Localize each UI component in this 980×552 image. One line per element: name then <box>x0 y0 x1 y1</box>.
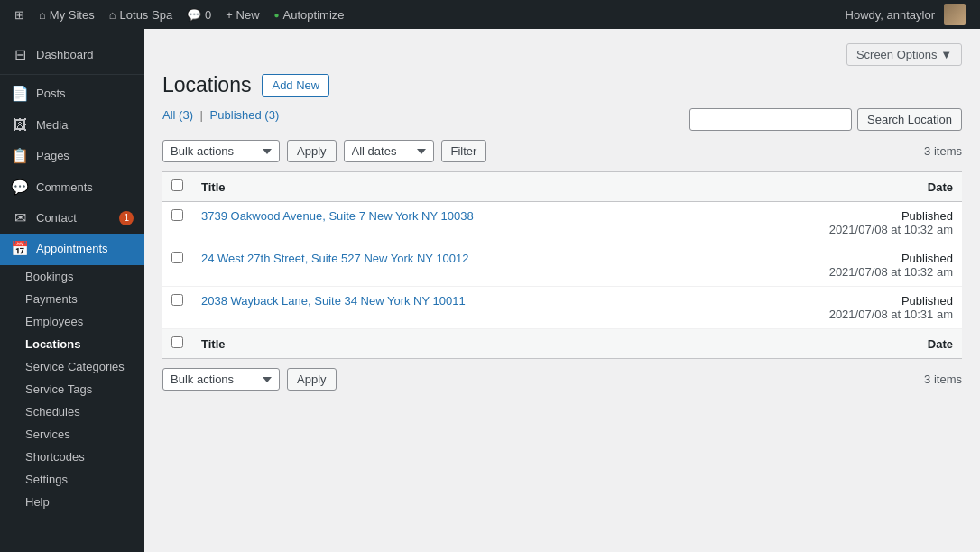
autoptimize-dot-icon: ● <box>274 10 280 20</box>
submenu-locations-label: Locations <box>25 337 80 351</box>
submenu-service-tags[interactable]: Service Tags <box>0 378 144 400</box>
row-checkbox-2[interactable] <box>171 294 183 306</box>
screen-options-button[interactable]: Screen Options ▼ <box>846 43 962 66</box>
contact-icon: ✉ <box>11 208 29 228</box>
select-all-checkbox-bottom[interactable] <box>171 336 183 348</box>
table-row: 3739 Oakwood Avenue, Suite 7 New York NY… <box>162 202 962 244</box>
row-status-0: Published <box>901 209 953 223</box>
submenu-services[interactable]: Services <box>0 423 144 446</box>
row-date-2: 2021/07/08 at 10:31 am <box>829 308 953 321</box>
sidebar-item-pages[interactable]: 📋 Pages <box>0 141 144 171</box>
row-checkbox-cell <box>162 287 192 329</box>
tfoot-date: Date <box>818 329 962 359</box>
sort-title-link[interactable]: Title <box>201 180 226 194</box>
search-location-button[interactable]: Search Location <box>857 108 962 131</box>
site-name-label: Lotus Spa <box>120 8 173 22</box>
filter-all-count: 3 <box>182 108 189 122</box>
row-checkbox-0[interactable] <box>171 209 183 221</box>
filter-separator: | <box>200 108 203 122</box>
row-title-link-2[interactable]: 2038 Wayback Lane, Suite 34 New York NY … <box>201 294 466 308</box>
row-status-2: Published <box>901 294 953 308</box>
filter-published-count: 3 <box>269 108 275 122</box>
add-new-button[interactable]: Add New <box>262 74 329 97</box>
row-title-link-0[interactable]: 3739 Oakwood Avenue, Suite 7 New York NY… <box>201 209 474 223</box>
dashboard-icon: ⊟ <box>11 45 29 65</box>
page-header: Locations Add New <box>162 73 962 97</box>
contact-badge: 1 <box>119 211 134 225</box>
apply-label-bottom: Apply <box>297 373 327 386</box>
sort-date-link[interactable]: Date <box>928 180 953 194</box>
bulk-actions-select-bottom[interactable]: Bulk actions <box>162 368 280 391</box>
filter-all-label: All <box>162 108 175 122</box>
sidebar-appointments-label: Appointments <box>36 241 108 257</box>
wp-logo[interactable]: ⊞ <box>7 0 32 29</box>
row-title-link-1[interactable]: 24 West 27th Street, Suite 527 New York … <box>201 252 469 265</box>
table-row: 24 West 27th Street, Suite 527 New York … <box>162 244 962 287</box>
locations-table: Title Date 3739 Oakwood Avenue, Suite 7 … <box>162 171 962 359</box>
submenu-bookings-label: Bookings <box>25 270 73 283</box>
sidebar-item-appointments[interactable]: 📅 Appointments <box>0 234 144 264</box>
new-link[interactable]: + New <box>218 0 266 29</box>
posts-icon: 📄 <box>11 84 29 104</box>
row-checkbox-cell <box>162 202 192 244</box>
select-all-checkbox-top[interactable] <box>171 179 183 191</box>
pages-icon: 📋 <box>11 146 29 166</box>
apply-button-top[interactable]: Apply <box>287 140 337 162</box>
sidebar-media-label: Media <box>36 117 68 133</box>
submenu-employees[interactable]: Employees <box>0 310 144 333</box>
howdy-label: Howdy, anntaylor <box>846 8 935 22</box>
dates-filter-select[interactable]: All dates <box>344 140 434 162</box>
sidebar-item-posts[interactable]: 📄 Posts <box>0 78 144 109</box>
sidebar-pages-label: Pages <box>36 148 69 164</box>
submenu-service-categories[interactable]: Service Categories <box>0 355 144 378</box>
submenu-settings[interactable]: Settings <box>0 468 144 491</box>
submenu-bookings[interactable]: Bookings <box>0 265 144 288</box>
search-location-label: Search Location <box>867 113 952 126</box>
filter-published-link[interactable]: Published (3) <box>210 108 280 122</box>
autoptimize-label: Autoptimize <box>283 8 345 22</box>
items-count-bottom: 3 items <box>924 373 962 386</box>
submenu-locations[interactable]: Locations <box>0 333 144 355</box>
submenu-services-label: Services <box>25 428 70 441</box>
submenu-service-categories-label: Service Categories <box>25 360 125 373</box>
comments-link[interactable]: 💬 0 <box>180 0 218 29</box>
tfoot-title: Title <box>192 329 818 359</box>
row-checkbox-1[interactable] <box>171 252 183 263</box>
new-label: + New <box>226 8 259 22</box>
sidebar-item-comments[interactable]: 💬 Comments <box>0 172 144 203</box>
submenu-help[interactable]: Help <box>0 491 144 513</box>
user-greeting[interactable]: Howdy, anntaylor <box>838 0 973 29</box>
tfoot-title-label: Title <box>201 337 226 351</box>
search-input[interactable] <box>689 108 852 131</box>
filter-button[interactable]: Filter <box>441 140 487 162</box>
sidebar-item-contact[interactable]: ✉ Contact 1 <box>0 203 144 234</box>
bulk-actions-select-top[interactable]: Bulk actions <box>162 140 280 162</box>
appointments-icon: 📅 <box>11 239 29 259</box>
sidebar-item-dashboard[interactable]: ⊟ Dashboard <box>0 40 144 70</box>
filter-links: All (3) | Published (3) <box>162 108 279 122</box>
filter-label: Filter <box>451 144 477 158</box>
submenu-shortcodes-label: Shortcodes <box>25 450 85 464</box>
my-sites-link[interactable]: ⌂ My Sites <box>32 0 102 29</box>
submenu-service-tags-label: Service Tags <box>25 382 92 396</box>
submenu-payments[interactable]: Payments <box>0 288 144 310</box>
sidebar-item-media[interactable]: 🖼 Media <box>0 110 144 141</box>
submenu-employees-label: Employees <box>25 315 83 328</box>
row-date-1: 2021/07/08 at 10:32 am <box>829 265 953 279</box>
row-date-cell: Published 2021/07/08 at 10:32 am <box>818 244 962 287</box>
apply-button-bottom[interactable]: Apply <box>287 368 337 391</box>
submenu-schedules[interactable]: Schedules <box>0 400 144 423</box>
th-date: Date <box>818 172 962 202</box>
media-icon: 🖼 <box>11 115 29 135</box>
row-date-0: 2021/07/08 at 10:32 am <box>829 223 953 236</box>
filter-all-link[interactable]: All (3) <box>162 108 197 122</box>
comments-icon: 💬 <box>11 178 29 198</box>
th-checkbox <box>162 172 192 202</box>
autoptimize-link[interactable]: ● Autoptimize <box>267 0 352 29</box>
site-name-link[interactable]: ⌂ Lotus Spa <box>102 0 180 29</box>
my-sites-label: My Sites <box>50 8 95 22</box>
sidebar-comments-label: Comments <box>36 179 93 196</box>
submenu-shortcodes[interactable]: Shortcodes <box>0 446 144 468</box>
row-title-cell: 24 West 27th Street, Suite 527 New York … <box>192 244 818 287</box>
row-title-cell: 2038 Wayback Lane, Suite 34 New York NY … <box>192 287 818 329</box>
